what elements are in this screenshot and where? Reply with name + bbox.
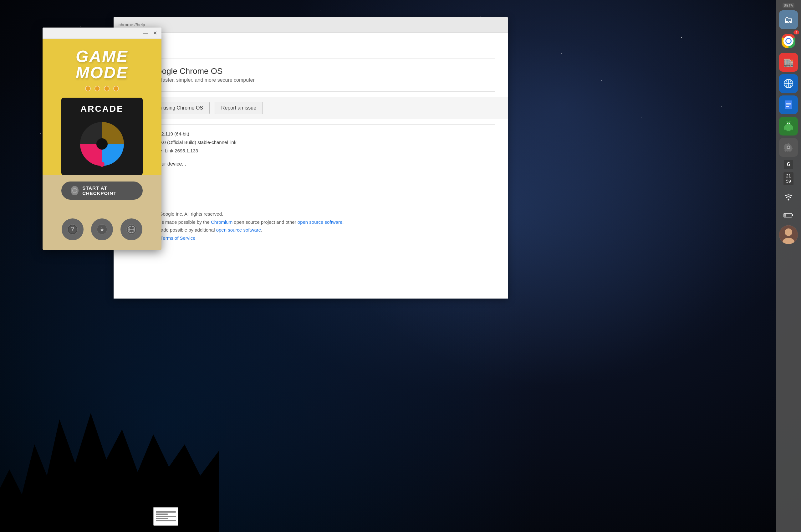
checkpoint-circle-icon	[71, 186, 78, 195]
thumb-line-5	[156, 520, 176, 521]
chrome-topbar: chrome://help	[114, 17, 508, 33]
chrome-app-info: Google Chrome OS The faster, simpler, an…	[151, 66, 255, 83]
platform-line: Platform 5978.80.0 (Official Build) stab…	[126, 138, 495, 147]
arcade-wheel	[77, 119, 127, 169]
chrome-about-window: chrome://help About	[114, 17, 508, 299]
dot-2	[95, 86, 100, 91]
svg-rect-30	[786, 106, 789, 107]
game-title-area: GAME MODE	[42, 39, 161, 98]
thumb-line-3	[156, 516, 176, 517]
dot-3	[104, 86, 110, 91]
shelf-docs-icon[interactable]	[779, 95, 798, 114]
game-dots	[49, 86, 155, 91]
shelf-minute: 59	[786, 179, 791, 184]
chrome-logo-row: Google Chrome OS The faster, simpler, an…	[126, 65, 495, 84]
star-icon-circle[interactable]: ★ 1	[91, 218, 113, 240]
shelf-files-icon[interactable]: 🗂	[779, 10, 798, 29]
tos-link[interactable]: Terms of Service	[160, 235, 195, 241]
chrome-content-area: About Google Chrome OS The	[114, 33, 508, 299]
action-buttons-row: Get help with using Chrome OS Report an …	[114, 97, 508, 119]
game-titlebar: — ✕	[42, 27, 161, 39]
dot-1	[85, 86, 91, 91]
help-icon-circle[interactable]: ?	[62, 218, 83, 240]
beta-label: BETA	[783, 3, 795, 8]
shelf-wifi-icon[interactable]	[779, 188, 798, 207]
svg-rect-28	[786, 103, 791, 103]
svg-point-21	[786, 39, 791, 43]
footer-brand: Google Chrome	[126, 202, 495, 208]
svg-point-44	[788, 199, 789, 200]
tos-line: Google Chrome Terms of Service	[126, 234, 495, 242]
svg-line-35	[787, 121, 787, 122]
copyright-line: Copyright 2014 Google Inc. All rights re…	[126, 210, 495, 218]
game-mode-title: GAME MODE	[49, 48, 155, 81]
svg-point-0	[96, 138, 108, 150]
thumbnail-preview	[154, 510, 178, 523]
svg-point-32	[787, 122, 790, 126]
svg-point-43	[787, 147, 789, 148]
thumb-line-1	[156, 511, 176, 513]
shelf-android-icon[interactable]	[779, 117, 798, 135]
chromeos-oss-line: Chrome OS is made possible by additional…	[126, 226, 495, 234]
arcade-label: ARCADE	[68, 104, 136, 114]
globe-icon-circle[interactable]	[120, 218, 142, 240]
chrome-app-name: Google Chrome OS	[151, 66, 255, 76]
svg-point-34	[789, 123, 790, 124]
game-icons-row: ? ★ 1	[62, 218, 142, 240]
shelf-webstore-icon[interactable]: 🏬	[779, 53, 798, 72]
svg-point-49	[785, 228, 792, 236]
version-line: Version 37.0.2062.119 (64-bit)	[126, 130, 495, 138]
dot-4	[113, 86, 119, 91]
chrome-url-bar[interactable]: chrome://help	[119, 22, 145, 27]
shelf-time: 21 59	[783, 172, 794, 185]
shelf-globe-icon[interactable]	[779, 74, 798, 93]
shelf-avatar[interactable]	[779, 225, 798, 244]
oss-link-2[interactable]: open source software	[216, 227, 261, 232]
report-issue-button[interactable]: Report an issue	[215, 102, 263, 114]
minimize-button[interactable]: —	[141, 29, 150, 37]
checkpoint-button[interactable]: START AT CHECKPOINT	[61, 182, 143, 200]
separator-1	[126, 91, 495, 92]
close-button[interactable]: ✕	[151, 29, 159, 37]
bottom-thumbnail[interactable]	[153, 507, 178, 526]
oss-link-1[interactable]: open source software	[298, 220, 342, 225]
firmware-line: Firmware Google_Link.2695.1.133	[126, 147, 495, 155]
shelf-hour: 21	[786, 173, 791, 179]
svg-line-36	[789, 121, 790, 122]
right-shelf: BETA 🗂 ! 🏬	[776, 0, 801, 532]
shelf-battery-icon[interactable]	[779, 209, 798, 222]
progress-text: 100%	[126, 171, 495, 176]
svg-text:?: ?	[71, 226, 74, 232]
svg-point-33	[787, 123, 788, 124]
chromium-link[interactable]: Chromium	[211, 220, 232, 225]
game-bottom-area: START AT CHECKPOINT ? ★ 1	[42, 175, 161, 250]
svg-point-1	[99, 162, 104, 167]
thumb-line-2	[156, 514, 168, 515]
footer-section: Google Chrome Copyright 2014 Google Inc.…	[126, 202, 495, 242]
svg-rect-29	[786, 104, 791, 105]
shelf-settings-icon[interactable]	[779, 138, 798, 157]
separator-2	[126, 124, 495, 125]
svg-text:1: 1	[101, 227, 103, 230]
about-page-title: About	[126, 42, 495, 59]
notification-badge[interactable]: 6	[784, 160, 793, 169]
chrome-shelf-badge: !	[794, 30, 799, 34]
svg-point-2	[73, 188, 77, 193]
game-content: GAME MODE ARCADE	[42, 39, 161, 250]
shelf-chrome-icon[interactable]: !	[779, 32, 798, 50]
thumb-line-4	[156, 518, 168, 519]
chromium-line: Google Chrome is made possible by the Ch…	[126, 218, 495, 226]
update-row: Updating your device...	[126, 161, 495, 167]
version-info: Version 37.0.2062.119 (64-bit) Platform …	[126, 130, 495, 155]
svg-rect-47	[792, 214, 793, 216]
chrome-tagline: The faster, simpler, and more secure com…	[151, 77, 255, 83]
svg-rect-46	[784, 214, 786, 216]
game-window: — ✕ GAME MODE ARCADE	[42, 27, 161, 250]
arcade-box: ARCADE	[61, 98, 143, 175]
checkpoint-text: START AT CHECKPOINT	[82, 185, 133, 196]
